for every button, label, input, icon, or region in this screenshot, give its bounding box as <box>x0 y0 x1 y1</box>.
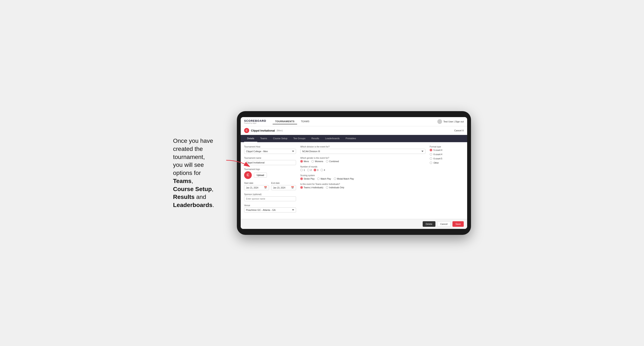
scoring-match-radio[interactable] <box>317 177 320 180</box>
end-date-input[interactable] <box>273 186 290 189</box>
format-6count5-radio[interactable] <box>430 157 432 160</box>
tab-printables[interactable]: Printables <box>343 135 359 142</box>
individuals-only[interactable]: Individuals Only <box>326 186 344 189</box>
format-type-label: Format type <box>430 146 464 148</box>
gender-combined[interactable]: Combined <box>326 160 339 163</box>
cancel-top-button[interactable]: Cancel X <box>454 129 464 132</box>
scoring-label: Scoring system <box>300 174 426 176</box>
round-4-label: 4 <box>324 169 325 171</box>
logo-sub: Powered by clippd <box>244 122 266 124</box>
tournament-host-label: Tournament Host <box>244 146 296 148</box>
end-date-wrap: 📅 <box>271 185 296 190</box>
tournament-title-row: C Clippd Invitational (Men) <box>244 128 283 133</box>
teams-radio-group: Teams (+Individuals) Individuals Only <box>300 186 426 189</box>
venue-label: Venue <box>244 204 296 207</box>
format-6count4-radio[interactable] <box>430 153 432 156</box>
gender-womens-label: Womens <box>315 160 323 163</box>
scoring-match[interactable]: Match Play <box>317 177 331 180</box>
scoring-stroke[interactable]: Stroke Play <box>300 177 314 180</box>
venue-group: Venue Peachtree GC - Atlanta - GA <box>244 204 296 212</box>
round-1-label: 1 <box>304 169 305 171</box>
date-row: Start date 📅 End date 📅 <box>244 182 296 190</box>
gender-mens[interactable]: Mens <box>300 160 309 163</box>
format-6count4[interactable]: 6 count 4 <box>430 153 464 156</box>
form-right-col: Format type 5 count 4 6 count 4 <box>430 146 464 215</box>
nav-teams[interactable]: TEAMS <box>298 119 312 124</box>
tournament-header: C Clippd Invitational (Men) Cancel X <box>241 126 467 135</box>
tab-leaderboards[interactable]: Leaderboards <box>322 135 343 142</box>
cancel-button[interactable]: Cancel <box>437 221 451 227</box>
arrow-icon <box>226 158 254 171</box>
scoring-medal-label: Medal Match Play <box>337 178 354 180</box>
format-5count4[interactable]: 5 count 4 <box>430 149 464 151</box>
form-middle-col: Which division is the event for? NCAA Di… <box>300 146 426 215</box>
round-2-label: 2 <box>310 169 312 171</box>
gender-womens-radio[interactable] <box>311 160 314 163</box>
round-3-label: 3 <box>317 169 318 171</box>
gender-radio-group: Mens Womens Combined <box>300 160 426 163</box>
round-2[interactable]: 2 <box>307 169 312 171</box>
format-other-radio[interactable] <box>430 162 432 164</box>
end-date-label: End date <box>271 182 296 184</box>
tab-details[interactable]: Details <box>244 135 257 142</box>
rounds-group: Number of rounds 1 2 <box>300 166 426 171</box>
delete-button[interactable]: Delete <box>423 221 436 227</box>
gender-mens-radio[interactable] <box>300 160 303 163</box>
round-1-radio[interactable] <box>300 169 303 171</box>
scoring-group: Scoring system Stroke Play Match Play <box>300 174 426 180</box>
logo-upload-area: C Upload <box>244 171 296 179</box>
app-logo: SCOREBOARD Powered by clippd <box>244 119 266 124</box>
tournament-host-group: Tournament Host Clippd College - Men <box>244 146 296 154</box>
format-6count5[interactable]: 6 count 5 <box>430 157 464 160</box>
tab-teams[interactable]: Teams <box>257 135 270 142</box>
nav-tournaments[interactable]: TOURNAMENTS <box>273 119 297 124</box>
round-4[interactable]: 4 <box>320 169 325 171</box>
tournament-sub: (Men) <box>277 129 283 132</box>
tablet-screen: SCOREBOARD Powered by clippd TOURNAMENTS… <box>241 117 467 229</box>
calendar-end-icon[interactable]: 📅 <box>291 186 294 189</box>
start-date-group: Start date 📅 <box>244 182 269 190</box>
scoring-medal-match[interactable]: Medal Match Play <box>334 177 354 180</box>
bottom-bar: Delete Cancel Save <box>241 219 467 229</box>
sponsor-input[interactable] <box>244 196 296 201</box>
start-date-input[interactable] <box>246 186 263 189</box>
form-area: Tournament Host Clippd College - Men Tou… <box>241 142 467 219</box>
round-4-radio[interactable] <box>320 169 323 171</box>
top-navigation: SCOREBOARD Powered by clippd TOURNAMENTS… <box>241 117 467 126</box>
nav-links: TOURNAMENTS TEAMS <box>273 119 433 124</box>
tabs-bar: Details Teams Course Setup Tee Groups Re… <box>241 135 467 142</box>
save-button[interactable]: Save <box>452 221 464 227</box>
round-2-radio[interactable] <box>307 169 310 171</box>
tab-course-setup[interactable]: Course Setup <box>270 135 290 142</box>
round-3-radio[interactable] <box>314 169 316 171</box>
scoring-stroke-radio[interactable] <box>300 177 303 180</box>
round-1[interactable]: 1 <box>300 169 305 171</box>
teams-plus-radio[interactable] <box>300 186 303 189</box>
round-3[interactable]: 3 <box>314 169 318 171</box>
sponsor-label: Sponsor (optional) <box>244 193 296 195</box>
tournament-logo: C <box>244 128 249 133</box>
teams-plus-individuals[interactable]: Teams (+Individuals) <box>300 186 323 189</box>
scoring-radio-group: Stroke Play Match Play Medal Match Play <box>300 177 426 180</box>
gender-womens[interactable]: Womens <box>311 160 323 163</box>
tablet-device: SCOREBOARD Powered by clippd TOURNAMENTS… <box>237 111 471 235</box>
format-5count4-radio[interactable] <box>430 149 432 151</box>
calendar-icon[interactable]: 📅 <box>264 186 267 189</box>
division-label: Which division is the event for? <box>300 146 426 148</box>
individuals-only-radio[interactable] <box>326 186 328 189</box>
teams-individuals-label: Is this event for Teams and/or Individua… <box>300 183 426 185</box>
tab-results[interactable]: Results <box>308 135 322 142</box>
format-5count4-label: 5 count 4 <box>434 149 442 151</box>
teams-plus-label: Teams (+Individuals) <box>304 186 323 189</box>
division-select[interactable]: NCAA Division III <box>300 149 426 154</box>
tab-tee-groups[interactable]: Tee Groups <box>290 135 308 142</box>
end-date-group: End date 📅 <box>271 182 296 190</box>
format-other[interactable]: Other <box>430 162 464 164</box>
format-options: 5 count 4 6 count 4 6 count 5 <box>430 149 464 164</box>
venue-select[interactable]: Peachtree GC - Atlanta - GA <box>244 207 296 212</box>
scoring-medal-radio[interactable] <box>334 177 336 180</box>
tournament-host-select[interactable]: Clippd College - Men <box>244 149 296 154</box>
user-sign-out[interactable]: Test User | Sign out <box>443 120 464 123</box>
gender-combined-radio[interactable] <box>326 160 328 163</box>
upload-button[interactable]: Upload <box>254 173 267 178</box>
